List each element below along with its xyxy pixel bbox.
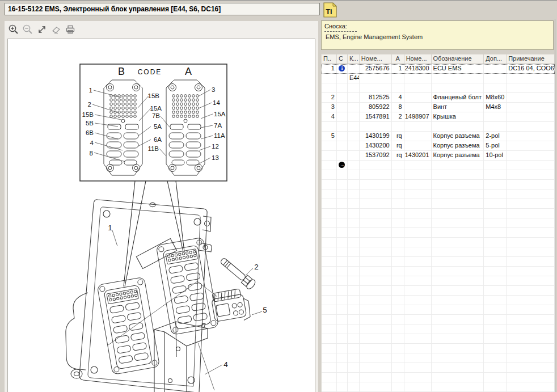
eraser-icon[interactable] bbox=[50, 24, 62, 35]
table-row[interactable] bbox=[322, 382, 555, 392]
col-header-info[interactable]: С bbox=[337, 54, 348, 64]
ti-document-icon: Ti bbox=[322, 2, 339, 18]
table-row[interactable] bbox=[322, 353, 555, 363]
table-row[interactable] bbox=[322, 305, 555, 315]
table-row[interactable]: 4154789121498907Крышка bbox=[322, 112, 555, 122]
svg-text:11B: 11B bbox=[147, 145, 159, 152]
svg-text:1: 1 bbox=[89, 87, 92, 94]
callout-bolt: 2 bbox=[254, 263, 259, 271]
footnote-label: Сноска: bbox=[322, 21, 553, 29]
svg-text:14: 14 bbox=[213, 99, 220, 106]
connector-code-inset: B CODE A 1 2 15B 5B 6B 4 8 15B 15A 7B 5A bbox=[80, 64, 227, 181]
svg-text:15A: 15A bbox=[214, 111, 226, 117]
parts-list-panel: Сноска: EMS, Engine Management System П.… bbox=[321, 19, 555, 392]
diagram-toolbar bbox=[8, 24, 76, 35]
drawing-canvas[interactable]: B CODE A 1 2 15B 5B 6B 4 8 15B 15A 7B 5A bbox=[7, 39, 315, 392]
svg-text:5A: 5A bbox=[154, 123, 162, 130]
footnote-text: EMS, Engine Management System bbox=[322, 33, 553, 40]
table-row[interactable]: 1430200rqКорпус разъема5-pol bbox=[322, 141, 555, 151]
continue-arrow-icon[interactable]: → bbox=[339, 162, 345, 168]
table-row[interactable] bbox=[322, 276, 555, 286]
col-header-pos[interactable]: П.. bbox=[322, 54, 337, 64]
svg-text:15B: 15B bbox=[82, 111, 94, 118]
connector-housing-part bbox=[210, 288, 252, 325]
table-row[interactable]: 1537092rq1430201Корпус разъема10-pol bbox=[322, 151, 555, 161]
diagram-panel: B CODE A 1 2 15B 5B 6B 4 8 15B 15A 7B 5A bbox=[5, 21, 318, 392]
parts-catalog-window: { "header": { "title": "16-15-5122 EMS, … bbox=[0, 0, 557, 392]
table-row[interactable] bbox=[322, 286, 555, 296]
col-header-additional[interactable]: Доп... bbox=[484, 54, 507, 64]
col-header-qty[interactable]: А bbox=[392, 54, 404, 64]
table-row[interactable] bbox=[322, 257, 555, 267]
table-row[interactable] bbox=[322, 238, 555, 247]
footnote-separator bbox=[324, 31, 357, 32]
table-row[interactable] bbox=[322, 315, 555, 324]
table-row[interactable]: 51430199rqКорпус разъема2-pol bbox=[322, 132, 555, 141]
bolt-part bbox=[218, 256, 257, 290]
svg-text:12: 12 bbox=[212, 143, 219, 150]
table-row[interactable] bbox=[322, 344, 555, 353]
svg-text:7B: 7B bbox=[152, 112, 160, 119]
table-row[interactable] bbox=[322, 267, 555, 276]
table-row[interactable] bbox=[322, 363, 555, 373]
table-row[interactable] bbox=[322, 170, 555, 180]
svg-text:CODE: CODE bbox=[138, 68, 162, 76]
table-row[interactable] bbox=[322, 83, 555, 93]
svg-text:11A: 11A bbox=[214, 132, 225, 139]
ecu-technical-drawing: B CODE A 1 2 15B 5B 6B 4 8 15B 15A 7B 5A bbox=[8, 39, 315, 392]
page-title: 16-15-5122 EMS, Электронный блок управле… bbox=[5, 3, 320, 15]
col-header-partnumber[interactable]: Номе... bbox=[360, 54, 392, 64]
table-row[interactable] bbox=[322, 373, 555, 382]
svg-text:15B: 15B bbox=[148, 92, 160, 99]
col-header-code[interactable]: К... bbox=[348, 54, 360, 64]
parts-table-body: 1i257567612418300ECU EMSDC16 04, COO6E44… bbox=[322, 64, 555, 392]
technical-info-button[interactable]: Ti bbox=[322, 2, 339, 18]
table-row[interactable] bbox=[322, 324, 555, 334]
table-row[interactable] bbox=[322, 199, 555, 209]
svg-text:5B: 5B bbox=[86, 120, 94, 127]
svg-text:A: A bbox=[185, 66, 192, 77]
table-row[interactable] bbox=[322, 228, 555, 238]
svg-text:B: B bbox=[118, 66, 125, 77]
svg-text:15A: 15A bbox=[150, 105, 162, 112]
svg-text:13: 13 bbox=[212, 154, 219, 161]
table-row[interactable]: 1i257567612418300ECU EMSDC16 04, COO6 bbox=[322, 64, 555, 74]
svg-text:2: 2 bbox=[88, 101, 91, 108]
svg-text:6B: 6B bbox=[86, 129, 94, 136]
parts-table-header: П.. С К... Номе... А Номе... Обозначение… bbox=[322, 54, 555, 64]
col-header-note[interactable]: Примечание bbox=[507, 54, 555, 64]
table-row[interactable]: 38059228ВинтM4x8 bbox=[322, 103, 555, 112]
parts-table: П.. С К... Номе... А Номе... Обозначение… bbox=[321, 54, 555, 392]
callout-housing: 5 bbox=[263, 306, 267, 314]
print-icon[interactable] bbox=[65, 24, 76, 35]
table-row[interactable] bbox=[322, 334, 555, 344]
ecu-body bbox=[66, 200, 219, 392]
svg-text:6A: 6A bbox=[154, 136, 162, 143]
inset-pointer-lines bbox=[124, 181, 184, 286]
col-header-designation[interactable]: Обозначение bbox=[432, 54, 484, 64]
table-row[interactable] bbox=[322, 122, 555, 132]
info-icon[interactable]: i bbox=[339, 65, 345, 71]
svg-text:Ti: Ti bbox=[326, 7, 332, 16]
svg-text:7A: 7A bbox=[214, 122, 222, 129]
table-row[interactable] bbox=[322, 189, 555, 199]
zoom-in-icon[interactable] bbox=[8, 24, 19, 35]
zoom-out-icon[interactable] bbox=[22, 24, 33, 35]
table-row[interactable] bbox=[322, 180, 555, 189]
svg-text:3: 3 bbox=[212, 86, 215, 93]
fit-view-icon[interactable] bbox=[36, 24, 48, 35]
col-header-replacement[interactable]: Номе... bbox=[404, 54, 432, 64]
table-row[interactable]: E44 bbox=[322, 74, 555, 83]
footnote-panel: Сноска: EMS, Engine Management System bbox=[321, 20, 554, 50]
callout-cover: 4 bbox=[223, 360, 228, 369]
table-row[interactable]: 28125254Фланцевый болтM8x60 bbox=[322, 93, 555, 103]
table-row[interactable] bbox=[322, 209, 555, 218]
svg-text:8: 8 bbox=[90, 150, 93, 157]
svg-text:4: 4 bbox=[90, 140, 94, 146]
table-row[interactable] bbox=[322, 296, 555, 305]
table-row[interactable]: → bbox=[322, 161, 555, 170]
callout-ecu: 1 bbox=[108, 224, 112, 232]
table-row[interactable] bbox=[322, 218, 555, 228]
table-row[interactable] bbox=[322, 247, 555, 257]
